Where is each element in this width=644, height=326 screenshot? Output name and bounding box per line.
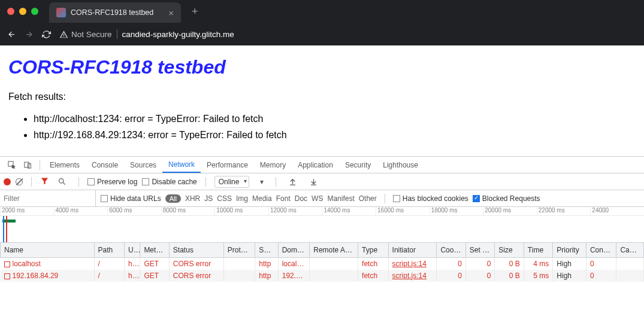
tab-console[interactable]: Console xyxy=(86,157,124,173)
tab-network[interactable]: Network xyxy=(162,157,201,173)
col-remote[interactable]: Remote Ad… xyxy=(310,243,358,257)
page-heading: CORS-RFC1918 testbed xyxy=(8,56,636,78)
timeline-body xyxy=(0,216,644,242)
has-blocked-cookies-checkbox[interactable]: Has blocked cookies xyxy=(393,194,468,203)
col-method[interactable]: Meth… xyxy=(140,243,169,257)
col-priority[interactable]: Priority xyxy=(553,243,586,257)
inspect-element-icon[interactable] xyxy=(4,160,20,169)
new-tab-button[interactable]: + xyxy=(186,5,204,18)
network-toolbar: Preserve log Disable cache Online ▾ xyxy=(0,173,644,190)
back-button[interactable] xyxy=(7,30,16,39)
filter-css[interactable]: CSS xyxy=(217,194,232,203)
device-toolbar-icon[interactable] xyxy=(20,160,36,169)
tab-sources[interactable]: Sources xyxy=(124,157,162,173)
filter-ws[interactable]: WS xyxy=(312,194,323,203)
col-status[interactable]: Status xyxy=(169,243,223,257)
timeline-ticks: 2000 ms4000 ms6000 ms8000 ms10000 ms1200… xyxy=(0,207,644,216)
security-label: Not Secure xyxy=(71,30,112,39)
divider xyxy=(205,177,206,187)
tab-performance[interactable]: Performance xyxy=(201,157,254,173)
col-cookies[interactable]: Cook… xyxy=(437,243,465,257)
filter-all[interactable]: All xyxy=(165,194,181,203)
col-scheme[interactable]: Sc… xyxy=(255,243,278,257)
warning-icon xyxy=(59,30,68,39)
search-icon[interactable] xyxy=(54,177,70,186)
tab-security[interactable]: Security xyxy=(339,157,377,173)
col-size[interactable]: Size xyxy=(495,243,524,257)
col-cache[interactable]: Cac… xyxy=(616,243,644,257)
devtools-tabs: Elements Console Sources Network Perform… xyxy=(0,157,644,173)
close-tab-icon[interactable]: × xyxy=(168,8,174,18)
col-name[interactable]: Name xyxy=(1,243,95,257)
browser-toolbar: Not Secure candied-sparkly-guilty.glitch… xyxy=(0,23,644,45)
close-window-icon[interactable] xyxy=(7,8,14,15)
disable-cache-checkbox[interactable]: Disable cache xyxy=(142,178,196,186)
filter-js[interactable]: JS xyxy=(204,194,213,203)
favicon-icon xyxy=(56,8,66,17)
reload-button[interactable] xyxy=(42,30,51,39)
divider xyxy=(117,29,117,39)
col-url[interactable]: U… xyxy=(125,243,140,257)
devtools-panel: Elements Console Sources Network Perform… xyxy=(0,156,644,282)
download-har-icon[interactable] xyxy=(306,177,322,186)
network-filter-bar: Hide data URLs All XHR JS CSS Img Media … xyxy=(0,190,644,207)
hide-data-urls-checkbox[interactable]: Hide data URLs xyxy=(101,194,161,203)
throttle-more-icon[interactable]: ▾ xyxy=(256,178,267,186)
filter-img[interactable]: Img xyxy=(236,194,248,203)
col-setcookies[interactable]: Set C… xyxy=(465,243,494,257)
tab-elements[interactable]: Elements xyxy=(44,157,86,173)
filter-manifest[interactable]: Manifest xyxy=(327,194,354,203)
results-list: http://localhost:1234: error = TypeError… xyxy=(8,111,636,143)
maximize-window-icon[interactable] xyxy=(31,8,38,15)
upload-har-icon[interactable] xyxy=(285,177,301,186)
minimize-window-icon[interactable] xyxy=(19,8,26,15)
divider xyxy=(40,160,40,170)
url-text: candied-sparkly-guilty.glitch.me xyxy=(122,30,234,39)
filter-xhr[interactable]: XHR xyxy=(185,194,200,203)
col-initiator[interactable]: Initiator xyxy=(388,243,437,257)
tab-memory[interactable]: Memory xyxy=(254,157,292,173)
svg-rect-1 xyxy=(25,163,29,168)
col-time[interactable]: Time xyxy=(524,243,552,257)
table-row[interactable]: 192.168.84.29/h…GETCORS errorhttp192.…fe… xyxy=(1,270,644,282)
page-content: CORS-RFC1918 testbed Fetch results: http… xyxy=(0,45,644,156)
divider xyxy=(385,194,385,203)
network-table: Name Path U… Meth… Status Proto… Sc… Dom… xyxy=(0,243,644,282)
list-item: http://192.168.84.29:1234: error = TypeE… xyxy=(34,127,636,143)
tab-title: CORS-RFC1918 testbed xyxy=(71,8,164,17)
table-row[interactable]: localhost/h…GETCORS errorhttplocal…fetch… xyxy=(1,257,644,270)
svg-point-3 xyxy=(59,179,64,184)
tab-lighthouse[interactable]: Lighthouse xyxy=(377,157,424,173)
divider xyxy=(78,177,79,187)
col-protocol[interactable]: Proto… xyxy=(223,243,255,257)
filter-other[interactable]: Other xyxy=(359,194,377,203)
clear-button[interactable] xyxy=(16,178,23,185)
filter-media[interactable]: Media xyxy=(252,194,272,203)
filter-icon[interactable] xyxy=(40,176,49,187)
record-button[interactable] xyxy=(4,178,11,185)
col-domain[interactable]: Dom… xyxy=(278,243,310,257)
divider xyxy=(276,177,276,187)
address-bar[interactable]: Not Secure candied-sparkly-guilty.glitch… xyxy=(59,29,234,39)
table-header-row: Name Path U… Meth… Status Proto… Sc… Dom… xyxy=(1,243,644,257)
filter-doc[interactable]: Doc xyxy=(295,194,307,203)
titlebar: CORS-RFC1918 testbed × + xyxy=(0,0,644,23)
preserve-log-checkbox[interactable]: Preserve log xyxy=(87,178,137,186)
col-connection[interactable]: Conn… xyxy=(586,243,616,257)
throttling-select[interactable]: Online xyxy=(214,176,250,188)
filter-font[interactable]: Font xyxy=(276,194,291,203)
blocked-requests-checkbox[interactable]: Blocked Requests xyxy=(473,194,540,203)
results-label: Fetch results: xyxy=(8,92,636,102)
browser-chrome: CORS-RFC1918 testbed × + Not Secure cand… xyxy=(0,0,644,45)
window-controls xyxy=(7,8,38,15)
col-path[interactable]: Path xyxy=(94,243,125,257)
forward-button[interactable] xyxy=(25,30,34,39)
filter-input[interactable] xyxy=(0,190,96,206)
divider xyxy=(31,177,32,187)
tab-application[interactable]: Application xyxy=(292,157,339,173)
col-type[interactable]: Type xyxy=(358,243,389,257)
browser-tab[interactable]: CORS-RFC1918 testbed × xyxy=(49,2,181,23)
list-item: http://localhost:1234: error = TypeError… xyxy=(34,111,636,127)
network-timeline[interactable]: 2000 ms4000 ms6000 ms8000 ms10000 ms1200… xyxy=(0,207,644,243)
security-indicator[interactable]: Not Secure xyxy=(59,30,112,39)
